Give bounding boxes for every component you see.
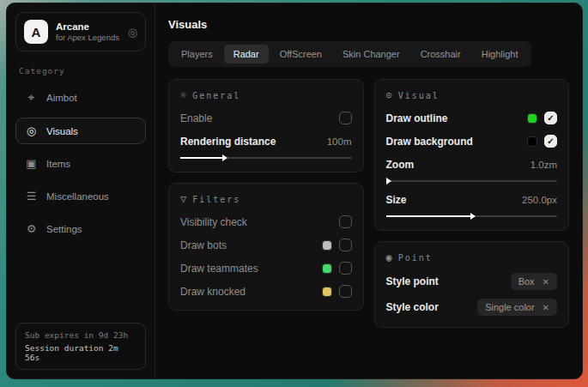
draw-background-checkbox[interactable]: ✓: [544, 135, 557, 148]
draw-knocked-color-swatch[interactable]: [322, 287, 332, 297]
tab-offscreen[interactable]: OffScreen: [270, 45, 331, 63]
draw-teammates-label: Draw teammates: [180, 263, 258, 275]
sidebar-item-label: Aimbot: [46, 93, 77, 103]
target-icon[interactable]: ◎: [128, 26, 137, 39]
sidebar-item-label: Items: [46, 159, 70, 169]
style-color-value: Single color: [485, 302, 534, 312]
draw-teammates-color-swatch[interactable]: [322, 263, 332, 274]
style-point-label: Style point: [386, 275, 439, 287]
app-logo: A: [24, 20, 48, 44]
point-panel: ◉ Point Style point Box ✕ Style color S: [374, 241, 570, 328]
box-icon: ▣: [25, 157, 38, 170]
panel-title: General: [192, 91, 240, 100]
size-value: 250.0px: [522, 195, 557, 205]
sidebar-item-label: Settings: [46, 224, 82, 234]
crosshair-icon: ⌖: [25, 91, 38, 105]
draw-background-color-swatch[interactable]: [527, 136, 537, 147]
zoom-label: Zoom: [386, 159, 415, 171]
draw-teammates-checkbox[interactable]: [339, 262, 352, 275]
draw-outline-color-swatch[interactable]: [527, 113, 537, 124]
visibility-check-checkbox[interactable]: [339, 215, 352, 228]
sidebar-item-label: Miscellaneous: [46, 191, 109, 202]
app-subtitle: for Apex Legends: [56, 33, 120, 43]
sidebar-item-settings[interactable]: ⚙ Settings: [15, 215, 146, 242]
sidebar: A Arcane for Apex Legends ◎ Category ⌖ A…: [7, 3, 155, 378]
draw-bots-checkbox[interactable]: [339, 239, 352, 251]
main-content: Visuals Players Radar OffScreen Skin Cha…: [155, 3, 582, 378]
close-icon[interactable]: ✕: [543, 303, 549, 312]
sidebar-item-items[interactable]: ▣ Items: [15, 150, 146, 177]
tab-skin-changer[interactable]: Skin Changer: [333, 45, 409, 63]
tab-highlight[interactable]: Highlight: [472, 45, 528, 63]
tab-players[interactable]: Players: [172, 45, 222, 63]
style-point-value: Box: [518, 276, 535, 287]
visual-panel: ⊙ Visual Draw outline ✓ Draw background: [374, 79, 570, 231]
visibility-check-label: Visibility check: [180, 216, 247, 228]
eye-orbit-icon: ◎: [25, 124, 38, 137]
draw-outline-label: Draw outline: [386, 112, 448, 124]
rendering-distance-label: Rendering distance: [180, 136, 276, 148]
panel-title: Visual: [398, 91, 439, 100]
app-name: Arcane: [56, 21, 120, 33]
draw-outline-checkbox[interactable]: ✓: [544, 112, 557, 124]
enable-checkbox[interactable]: [339, 112, 352, 124]
draw-bots-color-swatch[interactable]: [322, 240, 332, 251]
draw-bots-label: Draw bots: [180, 239, 227, 251]
panel-title: Point: [398, 253, 433, 263]
list-icon: ☰: [25, 190, 38, 203]
filters-panel: ▽ Filters Visibility check Draw bots: [168, 183, 364, 311]
zoom-value: 1.0zm: [530, 160, 557, 170]
gear-icon: ⚙: [25, 222, 38, 235]
visuals-tabbar: Players Radar OffScreen Skin Changer Cro…: [168, 41, 531, 67]
logo-card: A Arcane for Apex Legends ◎: [15, 12, 146, 51]
panel-title: Filters: [192, 195, 240, 204]
size-label: Size: [386, 194, 407, 206]
funnel-icon: ▽: [180, 193, 186, 205]
eye-icon: ⊙: [386, 89, 392, 101]
zoom-slider[interactable]: [386, 180, 558, 182]
close-icon[interactable]: ✕: [543, 277, 549, 287]
style-color-label: Style color: [386, 301, 439, 313]
rendering-distance-value: 100m: [327, 136, 352, 147]
sub-expires-text: Sub expires in 9d 23h: [25, 330, 136, 340]
size-slider[interactable]: [386, 215, 558, 217]
app-window: A Arcane for Apex Legends ◎ Category ⌖ A…: [6, 3, 583, 379]
session-info-box: Sub expires in 9d 23h Session duration 2…: [15, 323, 146, 370]
sidebar-item-label: Visuals: [46, 126, 78, 136]
style-point-select[interactable]: Box ✕: [511, 273, 557, 290]
session-duration-text: Session duration 2m 56s: [25, 343, 136, 362]
general-panel: ☼ General Enable Rendering distance 100m: [168, 79, 364, 172]
page-title: Visuals: [168, 18, 569, 31]
sidebar-item-visuals[interactable]: ◎ Visuals: [15, 118, 146, 144]
style-color-select[interactable]: Single color ✕: [477, 299, 557, 316]
rendering-distance-slider[interactable]: [180, 157, 352, 159]
sun-icon: ☼: [180, 89, 186, 101]
category-label: Category: [19, 66, 142, 76]
tab-crosshair[interactable]: Crosshair: [411, 45, 470, 63]
sidebar-item-aimbot[interactable]: ⌖ Aimbot: [15, 84, 146, 112]
draw-knocked-checkbox[interactable]: [339, 285, 352, 298]
dot-icon: ◉: [386, 251, 392, 263]
draw-knocked-label: Draw knocked: [180, 286, 246, 298]
sidebar-item-miscellaneous[interactable]: ☰ Miscellaneous: [15, 183, 146, 209]
draw-background-label: Draw background: [386, 136, 473, 148]
enable-label: Enable: [180, 112, 212, 124]
tab-radar[interactable]: Radar: [224, 45, 269, 63]
